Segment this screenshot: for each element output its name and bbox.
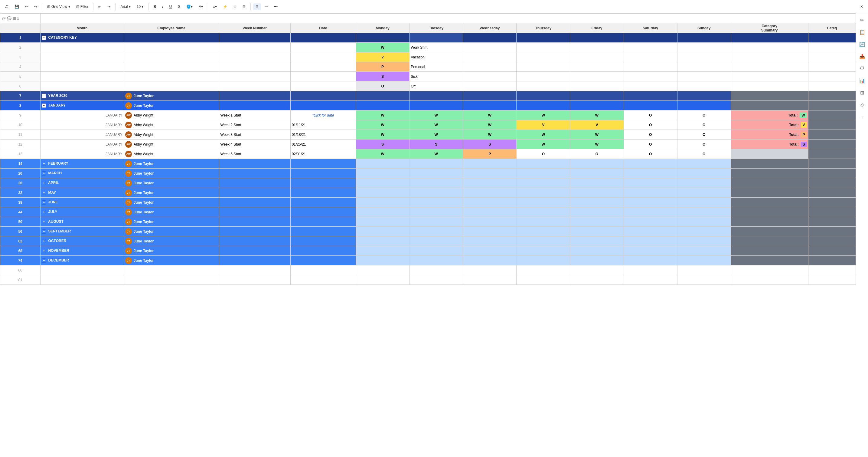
row13-tue: W (409, 149, 463, 159)
font-size-selector[interactable]: 10 ▾ (134, 3, 146, 10)
grid-view-active-btn[interactable]: ⊞ (253, 3, 261, 10)
font-selector[interactable]: Arial ▾ (118, 3, 133, 10)
monday-header[interactable]: Monday (356, 23, 409, 33)
formula-btn[interactable]: ⊞ (240, 3, 248, 10)
sidebar-chart-icon[interactable]: 📊 (858, 76, 867, 85)
align-btn[interactable]: ≡▾ (211, 3, 219, 10)
r80-c4 (290, 265, 356, 275)
strikethrough-btn[interactable]: S (176, 3, 183, 10)
bold-btn[interactable]: B (151, 3, 159, 10)
close-btn[interactable]: ✕ (858, 3, 866, 10)
sidebar-clipboard-icon[interactable]: 📋 (858, 28, 867, 36)
expand-march[interactable]: + (42, 171, 46, 175)
row12-week: Week 4 Start (219, 140, 290, 149)
text-color-btn[interactable]: A▾ (196, 3, 205, 10)
dec-fri (570, 256, 624, 265)
underline-btn[interactable]: U (167, 3, 175, 10)
sidebar-diamond-icon[interactable]: ◇ (858, 101, 867, 109)
expand-may[interactable]: + (42, 191, 46, 195)
sidebar-edit-icon[interactable]: ✏ (858, 16, 867, 24)
wednesday-header[interactable]: Wednesday (463, 23, 517, 33)
leg-p-label: Personal (409, 62, 463, 72)
month-header[interactable]: Month (40, 23, 124, 33)
row13-wed: P (463, 149, 517, 159)
expand-april[interactable]: + (42, 181, 46, 185)
print-btn[interactable]: 🖨 (2, 3, 11, 10)
expand-july[interactable]: + (42, 210, 46, 214)
info-icon[interactable]: ℹ (17, 16, 19, 21)
august-row: 50 + AUGUST JT June Taylor (0, 217, 856, 227)
row9-month: JANUARY (40, 111, 124, 120)
row11-sun: O (677, 130, 731, 140)
expand-june[interactable]: + (42, 200, 46, 205)
sidebar-apps-icon[interactable]: ⊞ (858, 88, 867, 97)
category-summary-header[interactable]: CategorySummary (731, 23, 808, 33)
italic-btn[interactable]: I (160, 3, 165, 10)
clear-btn[interactable]: ✕ (231, 3, 239, 10)
friday-header[interactable]: Friday (570, 23, 624, 33)
spreadsheet-area[interactable]: @ 💬 ▦ ℹ Month Employee Name Week Number … (0, 13, 856, 457)
sidebar-arrow-icon[interactable]: → (858, 113, 867, 121)
thursday-header[interactable]: Thursday (517, 23, 570, 33)
row13-thu: O (517, 149, 570, 159)
mar-tue (409, 169, 463, 178)
row11-thu: W (517, 130, 570, 140)
more-options-btn[interactable]: ••• (271, 3, 280, 10)
row12-date: 01/25/21 (290, 140, 356, 149)
r81-c7 (463, 275, 517, 285)
july-fri (570, 207, 624, 217)
may-sun (677, 188, 731, 198)
indent-increase-btn[interactable]: ⇥ (105, 3, 113, 10)
chat-icon[interactable]: 💬 (7, 16, 11, 21)
aug-summary (731, 217, 808, 227)
apr-june-taylor: June Taylor (134, 181, 154, 185)
filter-btn[interactable]: ⊟ Filter (74, 3, 91, 10)
highlight-btn[interactable]: ✏ (262, 3, 270, 10)
expand-august[interactable]: + (42, 220, 46, 224)
saturday-header[interactable]: Saturday (624, 23, 677, 33)
february-label-cell: + FEBRUARY (40, 159, 124, 169)
expand-february[interactable]: + (42, 162, 46, 166)
row-81-num: 81 (0, 275, 40, 285)
expand-october[interactable]: + (42, 239, 46, 243)
week-number-header[interactable]: Week Number (219, 23, 290, 33)
wrap-btn[interactable]: ⚡ (220, 3, 230, 10)
column-headers-row: Month Employee Name Week Number Date Mon… (0, 23, 856, 33)
collapse-january[interactable]: − (42, 104, 46, 108)
sep-date (290, 227, 356, 236)
sunday-header[interactable]: Sunday (677, 23, 731, 33)
undo-btn[interactable]: ↩ (23, 3, 31, 10)
table-icon[interactable]: ▦ (13, 16, 16, 21)
jan-wed (463, 101, 517, 111)
row10-name: Abby Wright (134, 123, 153, 127)
cat-key-tue (409, 33, 463, 43)
july-thu (517, 207, 570, 217)
collapse-category-key[interactable]: − (42, 36, 46, 40)
expand-september[interactable]: + (42, 229, 46, 234)
aug-categ (808, 217, 856, 227)
february-row: 14 + FEBRUARY JT June Taylor (0, 159, 856, 169)
row9-fri: W (570, 111, 624, 120)
redo-btn[interactable]: ↪ (32, 3, 40, 10)
categ-header[interactable]: Categ (808, 23, 856, 33)
june-taylor-avatar-may: JT (125, 190, 132, 196)
collapse-year[interactable]: − (42, 94, 46, 98)
indent-decrease-btn[interactable]: ⇤ (96, 3, 104, 10)
sidebar-clock-icon[interactable]: ⏱ (858, 64, 867, 73)
view-selector[interactable]: ⊞ Grid View ▾ (45, 3, 72, 10)
date-header[interactable]: Date (290, 23, 356, 33)
expand-december[interactable]: + (42, 258, 46, 263)
employee-name-header[interactable]: Employee Name (124, 23, 219, 33)
row11-date: 01/18/21 (290, 130, 356, 140)
row-50-num: 50 (0, 217, 40, 227)
row9-date[interactable]: *click for date (290, 111, 356, 120)
sidebar-upload-icon[interactable]: 📤 (858, 52, 867, 60)
expand-november[interactable]: + (42, 249, 46, 253)
mar-employee: JT June Taylor (124, 169, 219, 178)
save-btn[interactable]: 💾 (12, 3, 22, 10)
row-9-num: 9 (0, 111, 40, 120)
tuesday-header[interactable]: Tuesday (409, 23, 463, 33)
sidebar-refresh-icon[interactable]: 🔄 (858, 40, 867, 49)
fill-color-btn[interactable]: 🪣▾ (184, 3, 195, 10)
comment-icon[interactable]: @ (2, 16, 6, 21)
